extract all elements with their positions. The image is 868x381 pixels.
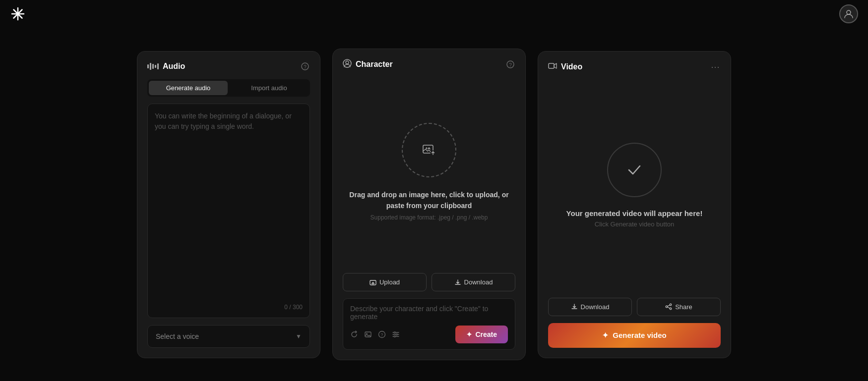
video-download-button[interactable]: Download [548, 298, 632, 316]
character-title-group: Character [343, 59, 393, 70]
character-download-label: Download [464, 278, 493, 286]
svg-point-5 [346, 61, 349, 64]
audio-textarea-placeholder: You can write the beginning of a dialogu… [155, 111, 303, 300]
character-create-button[interactable]: ✦ Create [455, 326, 508, 343]
svg-point-9 [426, 147, 428, 149]
refresh-icon[interactable] [350, 330, 358, 338]
svg-point-20 [396, 334, 398, 335]
svg-text:?: ? [380, 332, 383, 337]
character-card-header: Character ? [343, 59, 515, 70]
svg-point-0 [16, 12, 19, 15]
audio-title-group: Audio [147, 62, 185, 71]
chevron-down-icon: ▼ [296, 333, 302, 340]
main-content: Audio ? Generate audio Import audio You … [0, 28, 868, 381]
help-circle-icon[interactable]: ? [378, 330, 386, 338]
character-download-button[interactable]: Download [432, 273, 515, 291]
character-upload-button[interactable]: Upload [343, 273, 427, 291]
audio-card-header: Audio ? [147, 61, 310, 71]
video-share-label: Share [675, 303, 692, 311]
generate-video-button[interactable]: ✦ Generate video [548, 323, 721, 348]
audio-card: Audio ? Generate audio Import audio You … [137, 51, 320, 358]
voice-select-label: Select a voice [156, 332, 199, 340]
generate-video-label: Generate video [613, 331, 666, 339]
upload-main-text: Drag and drop an image here, click to up… [343, 189, 515, 212]
tab-import-audio[interactable]: Import audio [230, 81, 309, 95]
character-card-icon [343, 59, 352, 70]
video-card-title: Video [561, 62, 582, 71]
svg-point-21 [394, 336, 396, 337]
audio-tab-group: Generate audio Import audio [147, 79, 310, 97]
svg-rect-22 [549, 63, 554, 68]
video-card-header: Video ⋯ [548, 61, 721, 72]
character-input-placeholder: Describe your character and click "Creat… [350, 305, 508, 321]
svg-point-24 [666, 306, 668, 308]
character-help-button[interactable]: ? [505, 59, 515, 69]
audio-help-button[interactable]: ? [300, 61, 310, 71]
generate-plus-icon: ✦ [602, 331, 609, 340]
video-placeholder-title: Your generated video will appear here! [566, 209, 703, 218]
character-upload-actions: Upload Download [343, 273, 515, 291]
audio-card-title: Audio [163, 62, 185, 71]
audio-wave-icon [147, 62, 159, 70]
character-card: Character ? Drag and drop [332, 49, 526, 360]
topbar [0, 0, 868, 28]
character-upload-label: Upload [379, 278, 400, 286]
video-more-button[interactable]: ⋯ [711, 61, 721, 72]
logo [10, 6, 26, 22]
video-preview-area: Your generated video will appear here! C… [548, 80, 721, 291]
video-placeholder-sub: Click Generate video button [595, 220, 674, 228]
image-icon[interactable] [364, 330, 372, 338]
video-card-icon [548, 61, 557, 72]
voice-select-dropdown[interactable]: Select a voice ▼ [147, 325, 310, 348]
svg-point-25 [670, 308, 672, 310]
svg-point-19 [394, 332, 396, 333]
audio-char-count: 0 / 300 [155, 304, 303, 311]
tab-generate-audio[interactable]: Generate audio [149, 81, 228, 95]
video-share-button[interactable]: Share [637, 298, 721, 316]
upload-sub-text: Supported image format: .jpeg / .png / .… [371, 214, 488, 221]
video-card: Video ⋯ Your generated video will appear… [538, 51, 731, 358]
character-upload-zone[interactable]: Drag and drop an image here, click to up… [343, 78, 515, 266]
svg-point-23 [670, 304, 672, 306]
svg-text:?: ? [304, 64, 307, 69]
video-actions: Download Share [548, 298, 721, 316]
character-input-area: Describe your character and click "Creat… [343, 298, 515, 350]
svg-line-26 [668, 305, 670, 306]
upload-circle-button[interactable] [402, 123, 456, 177]
check-circle-icon [607, 143, 662, 197]
audio-textarea-container[interactable]: You can write the beginning of a dialogu… [147, 104, 310, 318]
video-title-group: Video [548, 61, 582, 72]
svg-text:?: ? [509, 62, 512, 68]
character-create-label: Create [475, 330, 497, 338]
user-avatar-button[interactable] [839, 4, 858, 23]
character-icon-group: ? [350, 330, 400, 338]
character-card-title: Character [356, 60, 393, 69]
video-download-label: Download [581, 303, 610, 311]
svg-line-27 [668, 307, 670, 308]
svg-point-1 [847, 10, 851, 14]
character-input-actions: ? ✦ [350, 326, 508, 343]
create-plus-icon: ✦ [466, 330, 472, 338]
settings-sliders-icon[interactable] [392, 330, 400, 338]
